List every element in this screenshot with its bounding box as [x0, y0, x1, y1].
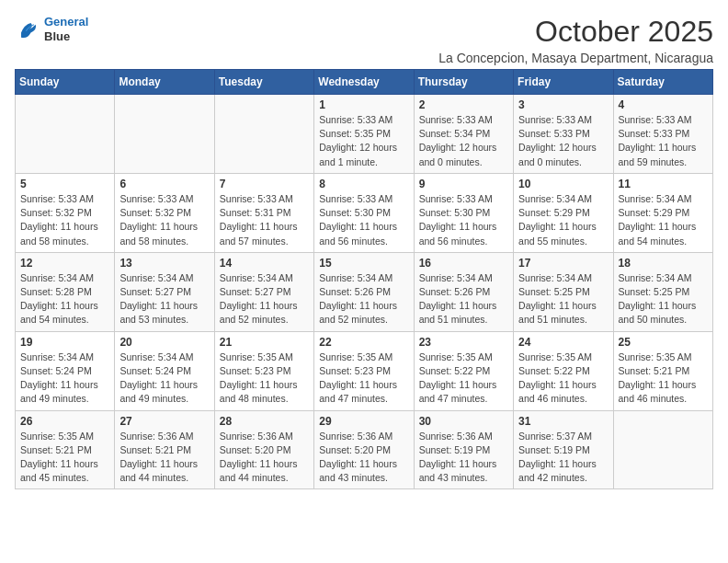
calendar-day-cell: 21Sunrise: 5:35 AMSunset: 5:23 PMDayligh…: [214, 331, 313, 410]
day-info: Sunrise: 5:34 AMSunset: 5:28 PMDaylight:…: [20, 271, 109, 327]
day-of-week-header: Monday: [115, 70, 214, 95]
calendar-day-cell: 20Sunrise: 5:34 AMSunset: 5:24 PMDayligh…: [115, 331, 214, 410]
day-number: 29: [319, 415, 408, 428]
day-number: 1: [319, 98, 408, 111]
day-number: 13: [119, 257, 209, 270]
day-number: 7: [220, 178, 309, 190]
day-number: 24: [518, 336, 608, 349]
calendar-day-cell: 1Sunrise: 5:33 AMSunset: 5:35 PMDaylight…: [314, 95, 414, 174]
calendar-day-cell: [115, 95, 214, 174]
day-number: 20: [119, 336, 209, 349]
calendar-day-cell: 24Sunrise: 5:35 AMSunset: 5:22 PMDayligh…: [514, 331, 613, 410]
calendar-day-cell: 30Sunrise: 5:36 AMSunset: 5:19 PMDayligh…: [414, 410, 513, 489]
calendar-header-row: SundayMondayTuesdayWednesdayThursdayFrid…: [16, 70, 713, 95]
day-number: 30: [419, 415, 508, 428]
calendar-day-cell: 11Sunrise: 5:34 AMSunset: 5:29 PMDayligh…: [613, 173, 712, 252]
day-info: Sunrise: 5:35 AMSunset: 5:21 PMDaylight:…: [20, 430, 109, 486]
day-number: 2: [419, 98, 508, 111]
day-info: Sunrise: 5:36 AMSunset: 5:21 PMDaylight:…: [119, 430, 209, 486]
day-number: 3: [518, 98, 608, 111]
day-info: Sunrise: 5:35 AMSunset: 5:23 PMDaylight:…: [220, 350, 309, 407]
day-number: 22: [319, 336, 408, 349]
day-number: 11: [619, 178, 708, 190]
day-number: 8: [319, 178, 408, 190]
logo-icon: [15, 17, 40, 42]
day-info: Sunrise: 5:33 AMSunset: 5:35 PMDaylight:…: [319, 113, 408, 169]
calendar-day-cell: 3Sunrise: 5:33 AMSunset: 5:33 PMDaylight…: [514, 95, 613, 174]
day-of-week-header: Tuesday: [214, 70, 313, 95]
calendar-day-cell: 8Sunrise: 5:33 AMSunset: 5:30 PMDaylight…: [314, 173, 414, 252]
calendar-day-cell: 25Sunrise: 5:35 AMSunset: 5:21 PMDayligh…: [613, 331, 712, 410]
calendar-week-row: 1Sunrise: 5:33 AMSunset: 5:35 PMDaylight…: [16, 95, 713, 174]
calendar-day-cell: 27Sunrise: 5:36 AMSunset: 5:21 PMDayligh…: [115, 410, 214, 489]
calendar-day-cell: 4Sunrise: 5:33 AMSunset: 5:33 PMDaylight…: [613, 95, 712, 174]
calendar-day-cell: 17Sunrise: 5:34 AMSunset: 5:25 PMDayligh…: [514, 252, 613, 331]
calendar-day-cell: [613, 410, 712, 489]
logo-text: General Blue: [44, 15, 88, 43]
day-info: Sunrise: 5:34 AMSunset: 5:26 PMDaylight:…: [319, 271, 408, 327]
calendar-day-cell: 16Sunrise: 5:34 AMSunset: 5:26 PMDayligh…: [414, 252, 513, 331]
day-number: 17: [518, 257, 608, 270]
day-number: 15: [319, 257, 408, 270]
calendar-week-row: 19Sunrise: 5:34 AMSunset: 5:24 PMDayligh…: [16, 331, 713, 410]
calendar-day-cell: 2Sunrise: 5:33 AMSunset: 5:34 PMDaylight…: [414, 95, 513, 174]
day-info: Sunrise: 5:34 AMSunset: 5:25 PMDaylight:…: [619, 271, 708, 327]
day-info: Sunrise: 5:34 AMSunset: 5:27 PMDaylight:…: [119, 271, 209, 327]
day-number: 9: [419, 178, 508, 190]
day-info: Sunrise: 5:33 AMSunset: 5:32 PMDaylight:…: [20, 192, 109, 248]
day-info: Sunrise: 5:36 AMSunset: 5:20 PMDaylight:…: [220, 430, 309, 486]
calendar-table: SundayMondayTuesdayWednesdayThursdayFrid…: [15, 69, 713, 489]
day-number: 27: [119, 415, 209, 428]
day-info: Sunrise: 5:34 AMSunset: 5:26 PMDaylight:…: [419, 271, 508, 327]
calendar-day-cell: 26Sunrise: 5:35 AMSunset: 5:21 PMDayligh…: [16, 410, 115, 489]
day-info: Sunrise: 5:35 AMSunset: 5:22 PMDaylight:…: [419, 350, 508, 407]
day-info: Sunrise: 5:34 AMSunset: 5:29 PMDaylight:…: [518, 192, 608, 248]
calendar-day-cell: 10Sunrise: 5:34 AMSunset: 5:29 PMDayligh…: [514, 173, 613, 252]
day-number: 18: [619, 257, 708, 270]
day-info: Sunrise: 5:34 AMSunset: 5:25 PMDaylight:…: [518, 271, 608, 327]
day-number: 4: [619, 98, 708, 111]
day-info: Sunrise: 5:37 AMSunset: 5:19 PMDaylight:…: [518, 430, 608, 486]
day-number: 14: [220, 257, 309, 270]
day-info: Sunrise: 5:36 AMSunset: 5:20 PMDaylight:…: [319, 430, 408, 486]
calendar-day-cell: 28Sunrise: 5:36 AMSunset: 5:20 PMDayligh…: [214, 410, 313, 489]
day-info: Sunrise: 5:33 AMSunset: 5:32 PMDaylight:…: [119, 192, 209, 248]
calendar-week-row: 26Sunrise: 5:35 AMSunset: 5:21 PMDayligh…: [16, 410, 713, 489]
day-info: Sunrise: 5:33 AMSunset: 5:34 PMDaylight:…: [419, 113, 508, 169]
day-number: 21: [220, 336, 309, 349]
day-of-week-header: Saturday: [613, 70, 712, 95]
day-info: Sunrise: 5:35 AMSunset: 5:23 PMDaylight:…: [319, 350, 408, 407]
day-number: 28: [220, 415, 309, 428]
calendar-day-cell: 31Sunrise: 5:37 AMSunset: 5:19 PMDayligh…: [514, 410, 613, 489]
day-info: Sunrise: 5:35 AMSunset: 5:21 PMDaylight:…: [619, 350, 708, 407]
day-number: 6: [119, 178, 209, 190]
day-of-week-header: Thursday: [414, 70, 513, 95]
day-of-week-header: Friday: [514, 70, 613, 95]
calendar-day-cell: 22Sunrise: 5:35 AMSunset: 5:23 PMDayligh…: [314, 331, 414, 410]
logo: General Blue: [15, 15, 88, 43]
day-info: Sunrise: 5:33 AMSunset: 5:30 PMDaylight:…: [319, 192, 408, 248]
day-of-week-header: Wednesday: [314, 70, 414, 95]
calendar-day-cell: 15Sunrise: 5:34 AMSunset: 5:26 PMDayligh…: [314, 252, 414, 331]
calendar-day-cell: 6Sunrise: 5:33 AMSunset: 5:32 PMDaylight…: [115, 173, 214, 252]
calendar-day-cell: 18Sunrise: 5:34 AMSunset: 5:25 PMDayligh…: [613, 252, 712, 331]
day-info: Sunrise: 5:34 AMSunset: 5:24 PMDaylight:…: [20, 350, 109, 407]
calendar-day-cell: [214, 95, 313, 174]
day-number: 19: [20, 336, 109, 349]
day-number: 23: [419, 336, 508, 349]
calendar-day-cell: [16, 95, 115, 174]
calendar-day-cell: 14Sunrise: 5:34 AMSunset: 5:27 PMDayligh…: [214, 252, 313, 331]
calendar-day-cell: 7Sunrise: 5:33 AMSunset: 5:31 PMDaylight…: [214, 173, 313, 252]
day-number: 10: [518, 178, 608, 190]
day-info: Sunrise: 5:33 AMSunset: 5:33 PMDaylight:…: [518, 113, 608, 169]
day-info: Sunrise: 5:33 AMSunset: 5:33 PMDaylight:…: [619, 113, 708, 169]
day-info: Sunrise: 5:35 AMSunset: 5:22 PMDaylight:…: [518, 350, 608, 407]
calendar-day-cell: 29Sunrise: 5:36 AMSunset: 5:20 PMDayligh…: [314, 410, 414, 489]
calendar-week-row: 5Sunrise: 5:33 AMSunset: 5:32 PMDaylight…: [16, 173, 713, 252]
calendar-day-cell: 9Sunrise: 5:33 AMSunset: 5:30 PMDaylight…: [414, 173, 513, 252]
day-number: 12: [20, 257, 109, 270]
calendar-week-row: 12Sunrise: 5:34 AMSunset: 5:28 PMDayligh…: [16, 252, 713, 331]
month-title: October 2025: [438, 15, 713, 49]
title-section: October 2025 La Concepcion, Masaya Depar…: [438, 15, 713, 65]
day-info: Sunrise: 5:36 AMSunset: 5:19 PMDaylight:…: [419, 430, 508, 486]
